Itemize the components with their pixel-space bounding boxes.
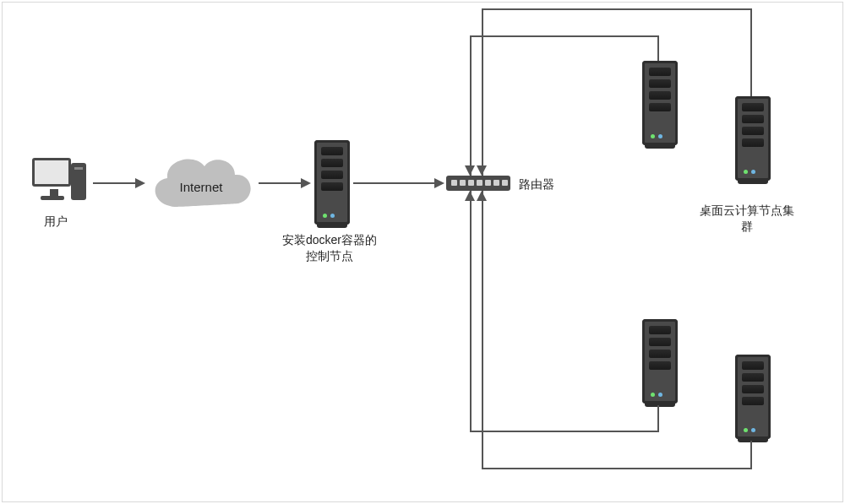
control-node-server-icon bbox=[314, 140, 350, 225]
wire bbox=[750, 441, 752, 469]
wire bbox=[470, 35, 659, 37]
arrow-cloud-to-control bbox=[259, 182, 303, 184]
wire bbox=[482, 468, 752, 469]
arrow-into-router-top-1 bbox=[465, 165, 475, 176]
wire bbox=[470, 35, 472, 176]
cluster-server-3-icon bbox=[642, 319, 678, 404]
wire bbox=[470, 191, 472, 432]
desktop-computer-icon bbox=[32, 158, 86, 212]
arrow-into-router-bottom-2 bbox=[477, 191, 487, 201]
cluster-server-2-icon bbox=[735, 96, 771, 181]
arrow-control-to-router bbox=[353, 182, 436, 184]
arrow-into-router-top-2 bbox=[477, 165, 487, 176]
cluster-server-1-icon bbox=[642, 61, 678, 145]
cloud-icon: Internet bbox=[144, 148, 259, 219]
wire bbox=[482, 8, 483, 176]
wire bbox=[750, 8, 752, 96]
wire bbox=[482, 191, 483, 469]
wire bbox=[482, 8, 752, 10]
diagram-frame bbox=[2, 2, 843, 502]
wire bbox=[470, 431, 659, 432]
arrow-cloud-to-control-head bbox=[301, 178, 311, 188]
cloud-label: Internet bbox=[144, 180, 259, 194]
router-label: 路由器 bbox=[519, 177, 554, 192]
arrow-into-router-bottom-1 bbox=[465, 191, 475, 201]
wire bbox=[657, 405, 659, 432]
cluster-server-4-icon bbox=[735, 355, 771, 439]
arrow-user-to-cloud bbox=[93, 182, 137, 184]
user-label: 用户 bbox=[44, 214, 68, 230]
router-icon bbox=[446, 176, 510, 191]
arrow-control-to-router-head bbox=[434, 178, 444, 188]
cluster-label: 桌面云计算节点集 群 bbox=[700, 203, 794, 235]
control-node-label: 安装docker容器的 控制节点 bbox=[282, 232, 377, 264]
wire bbox=[657, 35, 659, 61]
